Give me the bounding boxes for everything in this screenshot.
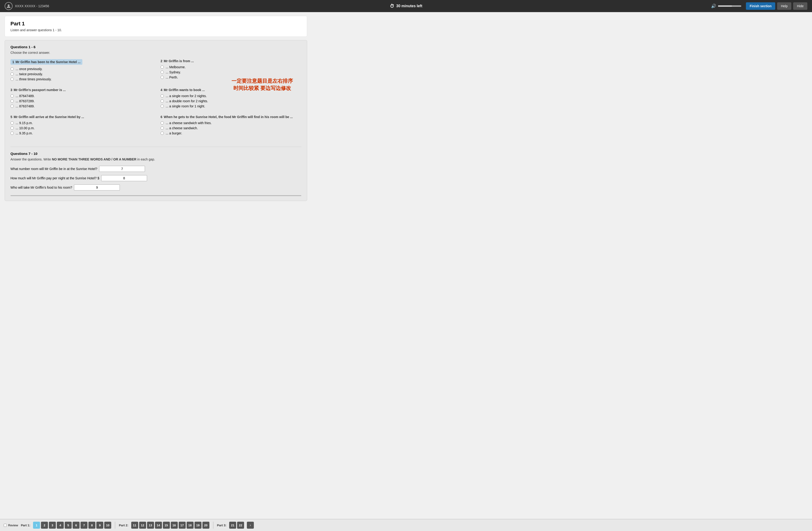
question-3: 3 Mr Griffin's passport number is ... ..…: [11, 88, 151, 110]
q2-option-b[interactable]: ... Sydney.: [161, 70, 301, 74]
q1-option-c[interactable]: ... three times previously.: [11, 77, 151, 81]
question-5-label: 5 Mr Griffin will arrive at the Sunrise …: [11, 115, 151, 119]
q4-option-c-text: ... a single room for 1 night.: [166, 104, 205, 108]
q1-option-a[interactable]: ... once previously.: [11, 67, 151, 71]
q6-option-b-text: ... a cheese sandwich.: [166, 126, 198, 130]
nav-arrow-right[interactable]: ›: [247, 522, 254, 529]
nav-num-2[interactable]: 2: [41, 522, 48, 529]
nav-num-7[interactable]: 7: [81, 522, 87, 529]
bottom-nav: Review Part 1: 1 2 3 4 5 6 7 8 9 10 Part…: [0, 519, 812, 531]
part1-label: Part 1:: [21, 523, 30, 527]
q4-radio-a[interactable]: [161, 94, 164, 98]
q4-radio-b[interactable]: [161, 99, 164, 103]
nav-num-4[interactable]: 4: [57, 522, 64, 529]
nav-num-9[interactable]: 9: [96, 522, 103, 529]
nav-num-17[interactable]: 17: [179, 522, 186, 529]
q5-radio-c[interactable]: [11, 131, 14, 135]
question-2: 2 Mr Griffin is from ... ... Melbourne. …: [161, 59, 301, 82]
part2-numbers: 11 12 13 14 15 16 17 18 19 20: [131, 522, 209, 529]
nav-num-12[interactable]: 12: [139, 522, 146, 529]
q6-options: ... a cheese sandwich with fries. ... a …: [161, 121, 301, 135]
q2-option-a[interactable]: ... Melbourne.: [161, 65, 301, 69]
fill-q7-input[interactable]: [99, 166, 145, 172]
q4-option-b[interactable]: ... a double room for 2 nights.: [161, 99, 301, 103]
question-5: 5 Mr Griffin will arrive at the Sunrise …: [11, 115, 151, 137]
part3-label: Part 3:: [217, 523, 227, 527]
section2: Questions 7 - 10 Answer the questions. W…: [11, 147, 301, 191]
nav-num-13[interactable]: 13: [147, 522, 154, 529]
q3-option-a[interactable]: ... 87647489.: [11, 94, 151, 98]
header: XXXX XXXXX - 123456 ⏱ 30 minutes left 🔊 …: [0, 0, 812, 12]
nav-num-6[interactable]: 6: [73, 522, 79, 529]
nav-num-20[interactable]: 20: [202, 522, 209, 529]
nav-num-1[interactable]: 1: [33, 522, 40, 529]
question-4-label: 4 Mr Griffin wants to book ...: [161, 88, 301, 92]
finish-section-button[interactable]: Finish section: [746, 2, 775, 10]
q5-option-c-text: ... 9.35 p.m.: [16, 131, 33, 135]
q5-radio-a[interactable]: [11, 121, 14, 125]
q2-radio-a[interactable]: [161, 66, 164, 69]
hide-button[interactable]: Hide: [793, 2, 807, 10]
q1-radio-a[interactable]: [11, 67, 14, 71]
q2-option-b-text: ... Sydney.: [166, 70, 181, 74]
section1: Questions 1 - 6 Choose the correct answe…: [11, 45, 301, 142]
help-button[interactable]: Help: [777, 2, 791, 10]
nav-num-21[interactable]: 21: [229, 522, 236, 529]
review-checkbox[interactable]: [4, 524, 7, 527]
q6-option-c[interactable]: ... a burger.: [161, 131, 301, 135]
q3-option-b[interactable]: ... 87637289.: [11, 99, 151, 103]
q4-radio-c[interactable]: [161, 104, 164, 108]
q2-radio-c[interactable]: [161, 76, 164, 79]
q5-radio-b[interactable]: [11, 126, 14, 130]
q6-radio-a[interactable]: [161, 121, 164, 125]
q6-radio-c[interactable]: [161, 131, 164, 135]
q5-option-a[interactable]: ... 9.15 p.m.: [11, 121, 151, 125]
q3-radio-b[interactable]: [11, 99, 14, 103]
q1-radio-c[interactable]: [11, 78, 14, 81]
nav-num-10[interactable]: 10: [104, 522, 111, 529]
q3-radio-c[interactable]: [11, 104, 14, 108]
questions-grid: 1 Mr Griffin has been to the Sunrise Hot…: [11, 59, 301, 142]
nav-num-8[interactable]: 8: [88, 522, 96, 529]
part3-numbers: 21 22: [229, 522, 244, 529]
q6-option-b[interactable]: ... a cheese sandwich.: [161, 126, 301, 130]
nav-num-15[interactable]: 15: [163, 522, 170, 529]
q6-option-a[interactable]: ... a cheese sandwich with fries.: [161, 121, 301, 125]
q4-num: 4: [161, 88, 162, 92]
q6-text: When he gets to the Sunrise Hotel, the f…: [164, 115, 293, 119]
q3-options: ... 87647489. ... 87637289. ... 87637489…: [11, 94, 151, 108]
part-header: Part 1 Listen and answer questions 1 - 1…: [5, 16, 307, 37]
q1-option-b[interactable]: ... twice previously.: [11, 72, 151, 76]
q2-radio-b[interactable]: [161, 71, 164, 74]
fill-q8-input[interactable]: [101, 175, 147, 181]
q5-option-c[interactable]: ... 9.35 p.m.: [11, 131, 151, 135]
q2-option-c[interactable]: ... Perth.: [161, 75, 301, 79]
fill-q8-text: How much will Mr Griffin pay per night a…: [11, 176, 99, 180]
fill-q9-input[interactable]: [74, 184, 120, 191]
q6-radio-b[interactable]: [161, 126, 164, 130]
nav-num-16[interactable]: 16: [171, 522, 178, 529]
nav-num-19[interactable]: 19: [194, 522, 202, 529]
nav-num-18[interactable]: 18: [187, 522, 193, 529]
q4-option-a[interactable]: ... a single room for 2 nights.: [161, 94, 301, 98]
q5-option-b[interactable]: ... 10.00 p.m.: [11, 126, 151, 130]
nav-num-14[interactable]: 14: [155, 522, 162, 529]
q5-text: Mr Griffin will arrive at the Sunrise Ho…: [14, 115, 84, 119]
scroll-bar[interactable]: [11, 195, 301, 196]
q3-text: Mr Griffin's passport number is ...: [14, 88, 66, 92]
volume-bar[interactable]: [718, 5, 741, 7]
nav-num-3[interactable]: 3: [49, 522, 56, 529]
q1-num: 1: [12, 60, 14, 64]
nav-num-11[interactable]: 11: [131, 522, 138, 529]
q3-radio-a[interactable]: [11, 94, 14, 98]
q1-text: Mr Griffin has been to the Sunrise Hotel…: [16, 60, 81, 64]
q1-radio-b[interactable]: [11, 72, 14, 76]
q3-option-c[interactable]: ... 87637489.: [11, 104, 151, 108]
volume-bar-fill: [718, 5, 732, 7]
q1-option-a-text: ... once previously.: [16, 67, 43, 71]
q4-option-c[interactable]: ... a single room for 1 night.: [161, 104, 301, 108]
nav-num-22[interactable]: 22: [237, 522, 244, 529]
nav-divider-1: [115, 522, 115, 529]
nav-num-5[interactable]: 5: [65, 522, 72, 529]
q2-options: ... Melbourne. ... Sydney. ... Perth.: [161, 65, 301, 79]
